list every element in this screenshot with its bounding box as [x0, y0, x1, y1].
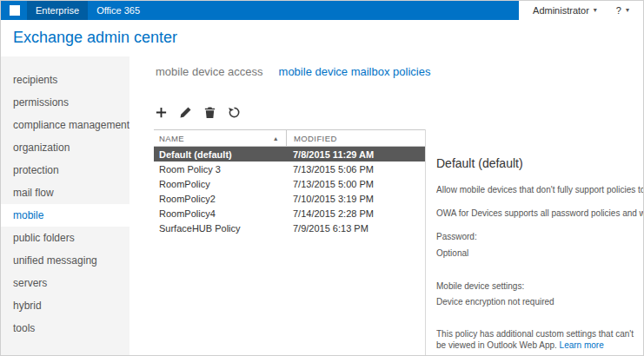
device-settings-value: Device encryption not required — [436, 296, 643, 308]
sidebar-item-unified-messaging[interactable]: unified messaging — [1, 249, 129, 272]
table-header: NAME ▲ MODIFIED — [154, 129, 425, 147]
topnav-enterprise[interactable]: Enterprise — [27, 1, 88, 20]
add-icon[interactable] — [154, 105, 169, 120]
column-header-modified[interactable]: MODIFIED — [286, 130, 425, 146]
sidebar-item-hybrid[interactable]: hybrid — [1, 294, 129, 317]
sidebar-item-servers[interactable]: servers — [1, 272, 129, 294]
policy-table: NAME ▲ MODIFIED Default (default)7/8/201… — [154, 129, 425, 235]
topbar-right: Administrator ▾ ? ▾ — [519, 1, 643, 20]
edit-icon[interactable] — [178, 105, 193, 120]
cell-policy-name: RoomPolicy4 — [154, 208, 286, 219]
exchange-admin-window: Enterprise Office 365 Administrator ▾ ? … — [0, 0, 644, 356]
sort-asc-icon: ▲ — [273, 130, 279, 148]
table-row[interactable]: RoomPolicy27/10/2015 3:19 PM — [154, 191, 425, 206]
cell-modified-date: 7/8/2015 11:29 AM — [286, 149, 425, 160]
table-row[interactable]: Default (default)7/8/2015 11:29 AM — [154, 147, 425, 162]
help-icon: ? — [616, 5, 621, 16]
details-pane: Default (default) Allow mobile devices t… — [436, 129, 643, 355]
tab-mobile-device-access[interactable]: mobile device access — [156, 65, 263, 78]
sidebar-item-organization[interactable]: organization — [1, 136, 129, 159]
table-row[interactable]: RoomPolicy7/13/2015 5:00 PM — [154, 176, 425, 191]
cell-modified-date: 7/9/2015 6:13 PM — [286, 223, 425, 234]
cell-modified-date: 7/13/2015 5:06 PM — [286, 164, 425, 175]
topnav-office-365[interactable]: Office 365 — [88, 1, 149, 20]
sidebar-item-recipients[interactable]: recipients — [1, 69, 129, 91]
main-content: mobile device access mobile device mailb… — [129, 56, 643, 355]
toolbar — [154, 105, 242, 120]
table-row[interactable]: SurfaceHUB Policy7/9/2015 6:13 PM — [154, 221, 425, 235]
sidebar-item-permissions[interactable]: permissions — [1, 91, 129, 114]
cell-modified-date: 7/14/2015 2:28 PM — [286, 208, 425, 219]
sidebar-item-compliance-management[interactable]: compliance management — [1, 114, 129, 136]
sidebar-item-public-folders[interactable]: public folders — [1, 227, 129, 249]
learn-more-link[interactable]: Learn more — [560, 340, 604, 350]
details-description-1: Allow mobile devices that don't fully su… — [436, 184, 643, 196]
cell-policy-name: SurfaceHUB Policy — [154, 223, 286, 234]
app-header: Exchange admin center — [1, 20, 643, 56]
sidebar-nav: recipientspermissionscompliance manageme… — [1, 56, 129, 355]
user-menu[interactable]: Administrator ▾ — [533, 5, 597, 16]
page-title: Exchange admin center — [13, 29, 177, 47]
delete-icon[interactable] — [202, 105, 217, 120]
password-value: Optional — [436, 247, 643, 260]
device-settings-label: Mobile device settings: — [436, 280, 643, 293]
details-title: Default (default) — [436, 155, 643, 172]
user-menu-label: Administrator — [533, 5, 589, 16]
tab-mobile-device-mailbox-policies[interactable]: mobile device mailbox policies — [279, 65, 431, 78]
column-header-name[interactable]: NAME ▲ — [154, 130, 286, 146]
chevron-down-icon: ▾ — [626, 7, 629, 14]
cell-policy-name: Default (default) — [154, 149, 286, 160]
sidebar-item-mobile[interactable]: mobile — [1, 204, 129, 227]
chevron-down-icon: ▾ — [594, 7, 597, 14]
table-row[interactable]: RoomPolicy47/14/2015 2:28 PM — [154, 206, 425, 221]
refresh-icon[interactable] — [227, 105, 242, 120]
details-divider — [425, 129, 426, 355]
table-row[interactable]: Room Policy 37/13/2015 5:06 PM — [154, 162, 425, 176]
topbar-spacer — [149, 1, 519, 20]
custom-settings-note: This policy has additional custom settin… — [436, 328, 643, 352]
cell-modified-date: 7/10/2015 3:19 PM — [286, 194, 425, 204]
office-logo-icon — [10, 5, 20, 16]
tab-bar: mobile device access mobile device mailb… — [156, 65, 430, 78]
cell-modified-date: 7/13/2015 5:00 PM — [286, 179, 425, 189]
sidebar-item-mail-flow[interactable]: mail flow — [1, 181, 129, 204]
cell-policy-name: RoomPolicy — [154, 179, 286, 189]
sidebar-item-tools[interactable]: tools — [1, 317, 129, 340]
details-description-2: OWA for Devices supports all password po… — [436, 208, 643, 220]
help-menu[interactable]: ? ▾ — [616, 5, 629, 16]
sidebar-item-protection[interactable]: protection — [1, 159, 129, 181]
cell-policy-name: RoomPolicy2 — [154, 194, 286, 204]
top-bar: Enterprise Office 365 Administrator ▾ ? … — [1, 1, 643, 20]
policy-table-body: Default (default)7/8/2015 11:29 AMRoom P… — [154, 147, 425, 235]
cell-policy-name: Room Policy 3 — [154, 164, 286, 175]
password-label: Password: — [436, 231, 643, 243]
